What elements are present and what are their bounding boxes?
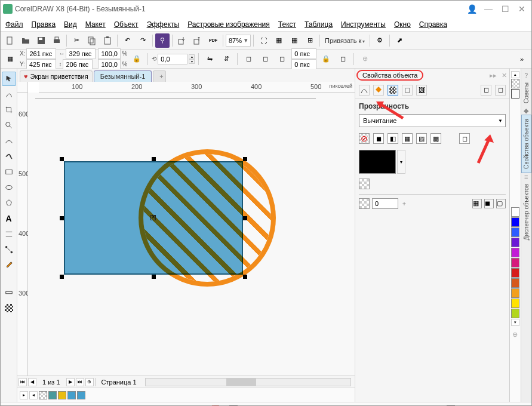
transparency-tool[interactable]	[2, 301, 16, 315]
dropper-tool[interactable]	[2, 258, 16, 272]
target-all-icon[interactable]: ▦	[472, 199, 482, 208]
page-tab[interactable]: Страница 1	[97, 379, 142, 386]
color-swatch[interactable]	[48, 391, 57, 399]
text-tool[interactable]: A	[2, 211, 16, 226]
color-swatch[interactable]	[67, 391, 76, 399]
launch-icon[interactable]: ⬈	[392, 33, 407, 48]
color-none[interactable]	[39, 391, 47, 399]
menu-layout[interactable]: Макет	[85, 20, 106, 29]
close-button[interactable]: ✕	[515, 3, 529, 15]
parallel-tool[interactable]	[2, 227, 16, 241]
palette-up[interactable]: ▴	[511, 71, 519, 78]
width-input[interactable]: 329 пкс	[66, 48, 96, 59]
shape-rectangle[interactable]	[64, 161, 243, 275]
lock-corner-icon[interactable]: 🔒	[319, 52, 333, 66]
scale-y-input[interactable]: 100,0	[98, 59, 121, 70]
menu-edit[interactable]: Правка	[32, 20, 56, 29]
trans-uniform-icon[interactable]: ◼	[373, 133, 384, 144]
lock-ratio-icon[interactable]: 🔒	[130, 52, 144, 66]
zoom-input[interactable]: 87%▾	[226, 35, 251, 47]
copy-icon[interactable]	[85, 33, 99, 48]
relative-icon[interactable]: ◻	[336, 52, 350, 66]
tab-document[interactable]: Безымянный-1	[94, 70, 152, 82]
palette-color[interactable]	[511, 309, 519, 318]
palette-color[interactable]	[511, 288, 519, 298]
pdf-icon[interactable]: PDF	[206, 33, 220, 48]
rulers-icon[interactable]: ▦	[272, 33, 286, 48]
h-scrollbar[interactable]	[145, 378, 351, 386]
corner2-icon[interactable]: ◻	[258, 52, 272, 66]
dock2-icon[interactable]: ◻	[495, 85, 506, 96]
page-first[interactable]: ⏮	[19, 378, 27, 386]
search-icon[interactable]: ⚲	[155, 33, 170, 48]
palette-color[interactable]	[511, 217, 519, 227]
side-tab-tips[interactable]: Советы	[522, 79, 531, 107]
fill-prop-icon[interactable]	[373, 85, 384, 96]
tab-add[interactable]: +	[153, 70, 166, 82]
grid-icon[interactable]: ▦	[287, 33, 302, 48]
corner3-icon[interactable]: ◻	[275, 52, 289, 66]
trans-none-icon[interactable]: ⊘	[359, 133, 370, 144]
user-icon[interactable]: 👤	[465, 3, 479, 15]
side-tab-props[interactable]: Свойства объекта	[521, 115, 531, 173]
height-input[interactable]: 206 пкс	[63, 59, 93, 70]
presets-icon[interactable]: ▦	[3, 52, 17, 66]
page-prev[interactable]: ◀	[28, 378, 36, 386]
mirror-h-icon[interactable]: ⇋	[202, 52, 217, 66]
opacity-input[interactable]: 0	[372, 198, 398, 209]
palette-color[interactable]	[511, 299, 519, 308]
zoom-tool[interactable]	[2, 118, 16, 133]
palette-color[interactable]	[511, 227, 519, 237]
scale-x-input[interactable]: 100,0	[98, 48, 121, 59]
connector-tool[interactable]	[2, 242, 16, 257]
minimize-button[interactable]: —	[481, 3, 496, 15]
target-fill-icon[interactable]: ◼	[484, 199, 494, 208]
transparency-prop-icon[interactable]	[388, 85, 398, 96]
shape-tool[interactable]	[2, 87, 16, 102]
menu-object[interactable]: Объект	[114, 20, 139, 29]
x-input[interactable]: 261 пкс	[26, 48, 56, 59]
export-icon[interactable]	[190, 33, 205, 48]
paste-icon[interactable]	[100, 33, 115, 48]
menu-view[interactable]: Вид	[64, 20, 77, 29]
pick-tool[interactable]	[2, 72, 16, 86]
menu-window[interactable]: Окно	[394, 20, 411, 29]
drawing-canvas[interactable]	[28, 93, 355, 376]
palette-color[interactable]	[511, 238, 519, 247]
palette-color[interactable]	[511, 268, 519, 278]
freehand-tool[interactable]	[2, 134, 16, 148]
options-icon[interactable]: ⚙	[373, 33, 387, 48]
ellipse-tool[interactable]	[2, 180, 16, 195]
open-icon[interactable]	[19, 33, 33, 48]
palette-color[interactable]	[511, 258, 519, 267]
polygon-tool[interactable]	[2, 196, 16, 210]
trans-bitmap-icon[interactable]: ▨	[416, 133, 427, 144]
page-add[interactable]: ⊕	[85, 378, 94, 386]
corner-y-input[interactable]: 0 пкс	[291, 59, 316, 70]
menu-bitmap[interactable]: Растровые изображения	[187, 20, 270, 29]
swatch-dropdown[interactable]: ▾	[397, 150, 405, 174]
frame-prop-icon[interactable]: ▢	[402, 85, 413, 96]
side-tab-manager[interactable]: Диспетчер объектов	[522, 180, 531, 244]
import-icon[interactable]	[175, 33, 189, 48]
guidelines-icon[interactable]: ⊞	[303, 33, 317, 48]
menu-text[interactable]: Текст	[278, 20, 296, 29]
redo-icon[interactable]: ↷	[136, 33, 150, 48]
corner-icon[interactable]: ◻	[241, 52, 256, 66]
menu-table[interactable]: Таблица	[305, 20, 333, 29]
palette-none[interactable]	[511, 79, 519, 88]
docker-close-icon[interactable]: ✕	[499, 72, 509, 79]
fullscreen-icon[interactable]: ⛶	[256, 33, 270, 48]
page-next[interactable]: ▶	[66, 378, 75, 386]
palette-down[interactable]: ▾	[511, 319, 519, 326]
palette-color[interactable]	[511, 248, 519, 257]
menu-tools[interactable]: Инструменты	[341, 20, 386, 29]
trans-texture-icon[interactable]: ▩	[430, 133, 441, 144]
corner-x-input[interactable]: 0 пкс	[291, 48, 316, 59]
artistic-tool[interactable]	[2, 149, 16, 164]
menu-help[interactable]: Справка	[419, 20, 447, 29]
menu-file[interactable]: Файл	[5, 20, 23, 29]
trans-fountain-icon[interactable]: ◧	[388, 133, 398, 144]
rectangle-tool[interactable]	[2, 165, 16, 179]
docker-pin-icon[interactable]: ▸▸	[487, 72, 499, 79]
